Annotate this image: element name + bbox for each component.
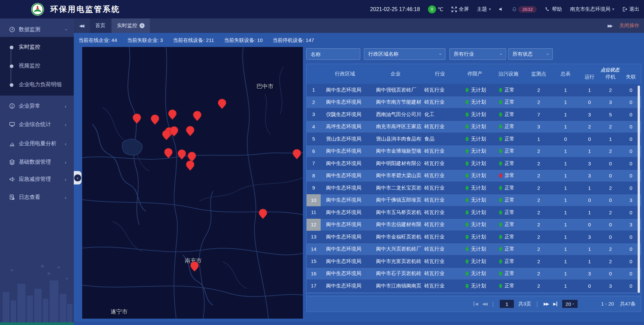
limit-text: 无计划 [471,270,486,277]
exit-button[interactable]: 退出 [622,6,639,12]
industry-filter-select[interactable]: 所有行业› [449,48,506,60]
table-row[interactable]: 9阆中生态环境局阆中市二龙长宝页岩砖砖瓦行业无计划正常21120 [307,182,641,194]
theme-dropdown[interactable]: 主题▾ [477,6,491,12]
status-dot-green [466,259,469,264]
sound-button[interactable] [499,7,504,12]
sidebar-item-3[interactable]: 企业综合统计‹ [0,118,74,130]
table-scrollbar[interactable] [638,86,640,293]
first-page-button[interactable]: ◀ [474,302,477,306]
prev-page-button[interactable]: ◀◀ [482,302,487,306]
sidebar-item-7[interactable]: 日志查看‹ [0,191,74,203]
table-row[interactable]: 7阆中生态环境局阆中明阳建材有限公司砖瓦行业无计划正常21300 [307,157,641,170]
sidebar-item-2[interactable]: 企业异常‹ [0,100,74,112]
col-point-status-group: 点位状态 运行 停机 失联 [579,64,641,84]
limit-text: 无计划 [471,99,486,105]
fullscreen-button[interactable]: 全屏 [451,6,469,12]
map-pin[interactable] [190,261,199,272]
map-pin[interactable] [177,149,186,160]
table-row[interactable]: 5营山生态环境局营山县润丰肉食品有限食品无计划正常10010 [307,133,641,145]
cell-industry: 砖瓦行业 [422,258,458,265]
status-dot-green [466,88,469,92]
map-pin[interactable] [170,126,178,137]
sidebar-item-1[interactable]: 数据监测‹ [0,23,74,36]
table-row[interactable]: 2阆中生态环境局阆中市南方节能建材有砖瓦行业无计划正常21030 [307,96,641,109]
map-pin[interactable] [164,148,173,159]
map-pin[interactable] [186,160,195,171]
cell-points: 2 [525,259,552,264]
map-pin[interactable] [132,113,141,124]
map-pin[interactable] [168,109,177,120]
map-pin[interactable] [162,130,171,141]
submenu-dot [9,64,14,69]
map-pin[interactable] [193,111,202,121]
status-dot-green [466,235,469,239]
cell-stop: 2 [600,246,621,252]
map-pin[interactable] [259,209,267,219]
last-page-button[interactable]: ▶ [553,302,557,306]
cell-company: 阆中明阳建材有限公司 [369,160,422,167]
cell-industry: 砖瓦行业 [422,172,458,179]
tabs-scroll-left-icon[interactable]: ◀◀ [79,18,84,33]
chevron-left-icon: ‹ [65,176,66,182]
sidebar-item-label: 企业异常 [19,103,40,110]
tabs-scroll-right-icon[interactable]: ▶▶ [608,23,612,28]
table-row[interactable]: 12阆中生态环境局阆中市忠信建材有限公砖瓦行业无计划正常21003 [307,219,641,231]
cell-region: 阆中生态环境局 [321,283,369,289]
cell-limit-status: 无计划 [458,185,492,191]
tab-首页[interactable]: 首页 [90,18,111,33]
cell-stop: 0 [600,161,621,166]
sidebar-item-5[interactable]: 基础数据管理‹ [0,156,74,168]
table-row[interactable]: 1阆中生态环境局阆中强锐页岩砖厂砖瓦行业无计划正常21120 [307,84,641,96]
table-row[interactable]: 15阆中生态环境局阆中市光富页岩机砖厂砖瓦行业无计划正常21120 [307,255,641,268]
cell-facility-status: 正常 [492,270,525,277]
cell-stop: 0 [600,271,621,276]
bell-icon [512,7,517,12]
table-row[interactable]: 14阆中生态环境局阆中大兴页岩机砖厂砖瓦行业无计划正常21120 [307,243,641,256]
table-body: 1阆中生态环境局阆中强锐页岩砖厂砖瓦行业无计划正常211202阆中生态环境局阆中… [307,84,641,293]
region-filter-select[interactable]: 行政区域名称› [364,48,445,60]
org-dropdown[interactable]: 南充市生态环境局▾ [570,6,614,12]
notifications-badge[interactable]: 2632 [512,6,537,13]
name-filter-input[interactable] [306,48,360,60]
row-index: 2 [307,96,321,109]
table-row[interactable]: 10阆中生态环境局阆中千佛镇五郎垭页岩砖瓦行业无计划正常21003 [307,194,641,207]
cell-facility-status: 正常 [492,221,525,228]
table-row[interactable]: 6阆中生态环境局阆中市金博瑞新型墙材砖瓦行业无计划正常21120 [307,145,641,158]
sidebar-item-6[interactable]: 应急减排管理‹ [0,173,74,185]
cell-stop: 2 [600,185,621,191]
close-icon[interactable]: × [140,23,145,28]
map-pin[interactable] [186,126,195,137]
sidebar-item-4[interactable]: 企业用电量分析‹ [0,138,74,150]
cell-stop: 2 [600,148,621,154]
sidebar-collapse-handle[interactable]: ‹ [74,171,82,184]
status-dot-green [466,247,469,251]
cell-meter: 1 [552,271,579,276]
cell-limit-status: 无计划 [458,123,492,130]
table-row[interactable]: 17阆中生态环境局阆中市江南镇阆南页岩砖瓦行业无计划正常21030 [307,280,641,292]
cell-points: 2 [525,197,552,203]
tab-实时监控[interactable]: 实时监控× [112,18,150,33]
table-row[interactable]: 11阆中生态环境局阆中市五马桥页岩机砖砖瓦行业无计划正常21120 [307,206,641,219]
table-row[interactable]: 16阆中生态环境局阆中市石子页岩机砖厂砖瓦行业无计划正常21300 [307,268,641,280]
cell-region: 营山生态环境局 [321,136,369,142]
next-page-button[interactable]: ▶▶ [544,302,548,306]
table-row[interactable]: 18南部生态环境局南部县砌优水泥有限公建材加工无计划正常60060 [307,292,641,294]
cell-facility-status: 正常 [492,123,525,130]
status-dot-green [499,247,502,251]
table-row[interactable]: 3仪陇生态环境局西南油气田分公司川中化工无计划正常71350 [307,108,641,121]
map-pin[interactable] [292,149,301,160]
help-button[interactable]: 帮助 [545,6,562,12]
cell-limit-status: 无计划 [458,148,492,154]
cell-run: 3 [579,234,600,240]
map-panel[interactable]: 巴中市南充市遂宁市 [82,47,303,319]
cell-region: 阆中生态环境局 [321,221,369,228]
map-pin[interactable] [151,114,159,125]
table-row[interactable]: 4高坪生态环境局南充市高坪区王家店建砖瓦行业无计划正常31220 [307,121,641,133]
page-number-input[interactable] [499,300,514,308]
close-operations-button[interactable]: 关闭操作 [619,22,639,29]
status-filter-select[interactable]: 所有状态› [508,48,553,60]
table-row[interactable]: 13阆中生态环境局阆中市金福旺页岩机砖砖瓦行业无计划正常21300 [307,231,641,243]
page-size-select[interactable]: 20› [562,300,578,308]
map-pin[interactable] [218,99,226,109]
table-row[interactable]: 8阆中生态环境局阆中市枣碧大梁山页岩砖瓦行业无计划异常21300 [307,170,641,182]
